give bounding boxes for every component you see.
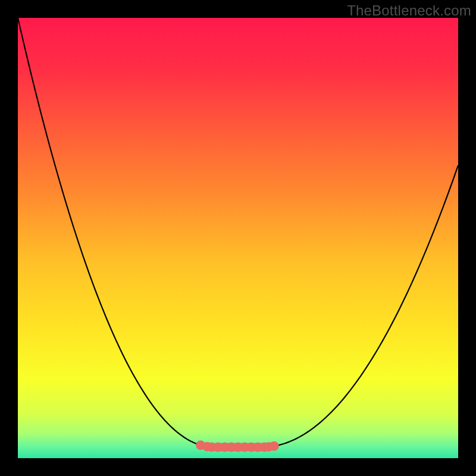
marker-dot [270,441,279,451]
watermark-text: TheBottleneck.com [347,2,471,19]
outer-frame: TheBottleneck.com [0,0,476,476]
bottleneck-curve [18,18,458,447]
plot-area [18,18,458,458]
curve-layer [18,18,458,458]
marker-dot [253,443,262,452]
